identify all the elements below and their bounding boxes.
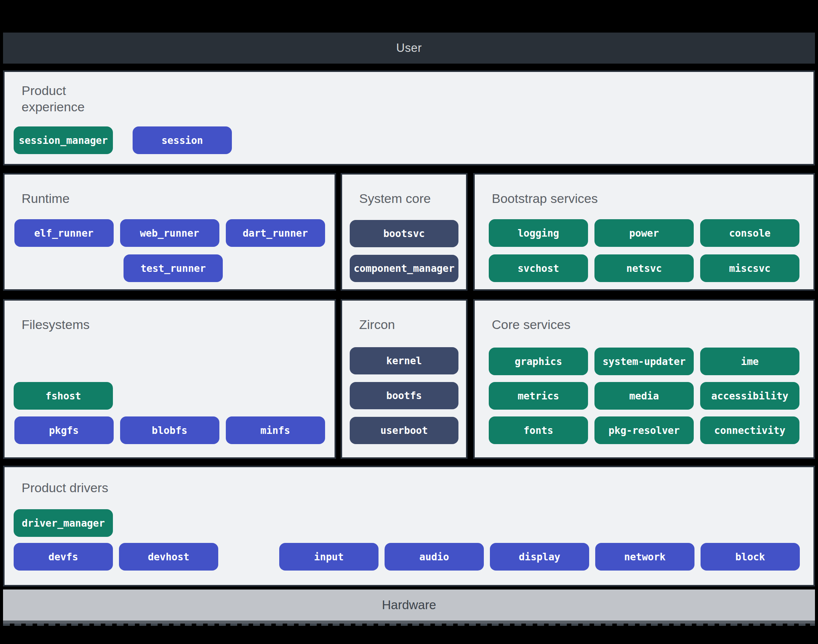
node-row: elf_runner web_runner dart_runner	[5, 219, 335, 247]
panel-title: Product drivers	[22, 480, 813, 496]
node-rows: graphics system-updater ime metrics medi…	[475, 348, 813, 457]
node-row: svchost netsvc miscsvc	[475, 254, 813, 282]
panel-title: Bootstrap services	[492, 190, 813, 207]
panel-title: System core	[359, 190, 466, 207]
node-svchost: svchost	[489, 254, 588, 282]
node-row: graphics system-updater ime	[475, 348, 813, 375]
node-audio: audio	[385, 543, 484, 571]
node-session: session	[133, 126, 232, 154]
node-netsvc: netsvc	[594, 254, 694, 282]
panel-runtime: Runtime elf_runner web_runner dart_runne…	[3, 173, 336, 291]
node-row: session_manager session	[5, 126, 813, 154]
node-row: test_runner	[5, 254, 335, 282]
node-system-updater: system-updater	[594, 348, 694, 375]
node-network: network	[595, 543, 694, 571]
node-row: fshost	[5, 382, 335, 410]
user-layer-bar: User	[3, 33, 815, 64]
node-rows: elf_runner web_runner dart_runner test_r…	[5, 219, 335, 289]
node-row: bootfs	[350, 382, 458, 409]
node-rows: logging power console svchost netsvc mis…	[475, 219, 813, 289]
middle-row-upper: Runtime elf_runner web_runner dart_runne…	[3, 173, 815, 291]
panel-filesystems: Filesystems fshost pkgfs blobfs minfs	[3, 299, 336, 459]
node-bootfs: bootfs	[350, 382, 458, 409]
node-row: devfs devhost input audio display networ…	[5, 543, 813, 571]
node-connectivity: connectivity	[700, 416, 799, 444]
panel-system-core: System core bootsvc component_manager	[341, 173, 468, 291]
node-userboot: userboot	[350, 417, 458, 444]
node-fshost: fshost	[14, 382, 113, 410]
node-row: pkgfs blobfs minfs	[5, 416, 335, 444]
panel-title: Filesystems	[22, 317, 335, 333]
panel-title: Product experience	[22, 83, 128, 115]
panel-title: Zircon	[359, 317, 466, 333]
hardware-layer-label: Hardware	[382, 598, 436, 612]
node-rows: driver_manager devfs devhost input audio…	[5, 509, 813, 585]
panel-title: Core services	[492, 317, 813, 333]
panel-product-experience: Product experience session_manager sessi…	[3, 70, 815, 165]
node-console: console	[700, 219, 799, 247]
node-kernel: kernel	[350, 347, 458, 374]
node-row: component_manager	[350, 255, 458, 282]
node-rows: fshost pkgfs blobfs minfs	[5, 382, 335, 457]
panel-title: Runtime	[22, 190, 335, 207]
node-minfs: minfs	[226, 416, 325, 444]
node-component-manager: component_manager	[350, 255, 458, 282]
node-pkg-resolver: pkg-resolver	[594, 416, 694, 444]
node-dart-runner: dart_runner	[226, 219, 325, 247]
node-row: logging power console	[475, 219, 813, 247]
node-row: userboot	[350, 417, 458, 444]
node-devhost: devhost	[119, 543, 218, 571]
node-row: kernel	[350, 347, 458, 374]
node-elf-runner: elf_runner	[14, 219, 114, 247]
fuchsia-architecture-diagram: User Product experience session_manager …	[0, 0, 818, 644]
node-devfs: devfs	[14, 543, 113, 571]
user-layer-label: User	[396, 41, 422, 55]
node-block: block	[701, 543, 800, 571]
node-row: bootsvc	[350, 220, 458, 247]
node-fonts: fonts	[489, 416, 588, 444]
node-rows: kernel bootfs userboot	[342, 347, 466, 457]
panel-zircon: Zircon kernel bootfs userboot	[341, 299, 468, 459]
node-row: metrics media accessibility	[475, 382, 813, 410]
node-media: media	[594, 382, 694, 410]
node-test-runner: test_runner	[124, 254, 223, 282]
node-accessibility: accessibility	[700, 382, 799, 410]
node-input: input	[279, 543, 379, 571]
node-miscsvc: miscsvc	[700, 254, 799, 282]
node-row: fonts pkg-resolver connectivity	[475, 416, 813, 444]
hardware-dashed-divider	[3, 624, 815, 626]
node-bootsvc: bootsvc	[350, 220, 458, 247]
node-ime: ime	[700, 348, 799, 375]
hardware-layer-bar: Hardware	[3, 589, 815, 624]
node-web-runner: web_runner	[120, 219, 219, 247]
node-blobfs: blobfs	[120, 416, 219, 444]
node-driver-manager: driver_manager	[14, 509, 113, 537]
panel-product-drivers: Product drivers driver_manager devfs dev…	[3, 466, 815, 586]
middle-row-lower: Filesystems fshost pkgfs blobfs minfs Zi…	[3, 299, 815, 459]
node-row: driver_manager	[5, 509, 813, 537]
panel-core-services: Core services graphics system-updater im…	[473, 299, 815, 459]
node-rows: bootsvc component_manager	[342, 220, 466, 289]
row-spacer	[224, 543, 273, 571]
node-pkgfs: pkgfs	[14, 416, 114, 444]
node-metrics: metrics	[489, 382, 588, 410]
node-rows: session_manager session	[5, 126, 813, 164]
panel-bootstrap-services: Bootstrap services logging power console…	[473, 173, 815, 291]
node-logging: logging	[489, 219, 588, 247]
node-graphics: graphics	[489, 348, 588, 375]
node-session-manager: session_manager	[14, 126, 113, 154]
node-display: display	[490, 543, 589, 571]
node-power: power	[594, 219, 694, 247]
